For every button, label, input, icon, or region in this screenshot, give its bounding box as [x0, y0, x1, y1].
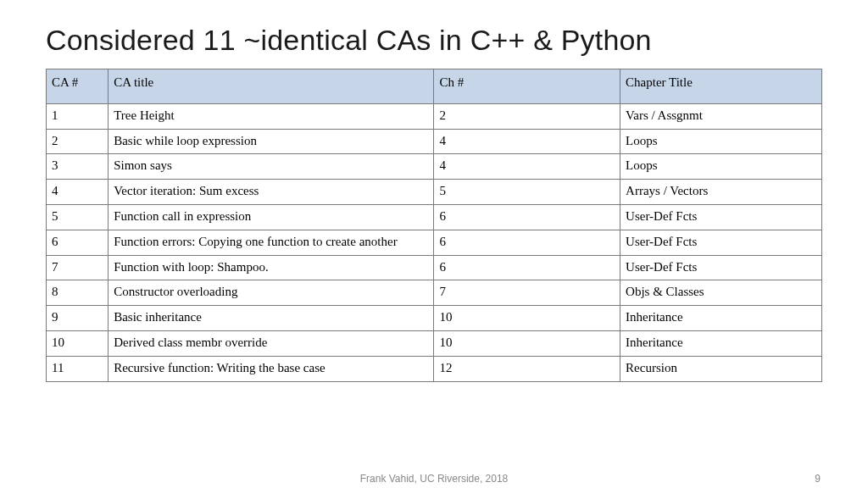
footer-page-number: 9 [815, 473, 821, 485]
table-row: 11 Recursive function: Writing the base … [47, 356, 822, 381]
cell-chapter: Arrays / Vectors [620, 180, 822, 205]
footer-attribution: Frank Vahid, UC Riverside, 2018 [0, 473, 868, 485]
cell-ch-num: 7 [434, 280, 620, 306]
table-row: 10 Derived class membr override 10 Inher… [47, 330, 822, 356]
cell-ca-num: 3 [47, 154, 108, 180]
cell-ch-num: 2 [434, 103, 620, 129]
cell-chapter: User-Def Fcts [620, 230, 822, 255]
cell-ca-num: 4 [47, 180, 108, 205]
cell-ca-num: 7 [47, 255, 108, 280]
table-row: 8 Constructor overloading 7 Objs & Class… [47, 280, 822, 306]
cell-ca-num: 2 [47, 129, 108, 154]
cell-ca-num: 9 [47, 306, 108, 331]
cell-chapter: User-Def Fcts [620, 255, 822, 280]
cell-chapter: Recursion [620, 356, 822, 381]
cell-ca-title: Simon says [108, 154, 434, 180]
cell-ca-num: 6 [47, 230, 108, 255]
cell-chapter: Objs & Classes [620, 280, 822, 306]
cell-chapter: Loops [620, 154, 822, 180]
table-row: 7 Function with loop: Shampoo. 6 User-De… [47, 255, 822, 280]
table-header-row: CA # CA title Ch # Chapter Title [47, 69, 822, 104]
cell-chapter: User-Def Fcts [620, 204, 822, 230]
table-row: 5 Function call in expression 6 User-Def… [47, 204, 822, 230]
cell-ca-num: 10 [47, 330, 108, 356]
cell-chapter: Inheritance [620, 330, 822, 356]
cell-chapter: Inheritance [620, 306, 822, 331]
cell-ca-title: Function call in expression [108, 204, 434, 230]
table-row: 1 Tree Height 2 Vars / Assgnmt [47, 103, 822, 129]
cell-ch-num: 10 [434, 306, 620, 331]
table-row: 2 Basic while loop expression 4 Loops [47, 129, 822, 154]
cell-ca-num: 5 [47, 204, 108, 230]
cell-ch-num: 4 [434, 129, 620, 154]
cell-ca-num: 8 [47, 280, 108, 306]
cell-ch-num: 12 [434, 356, 620, 381]
ca-table: CA # CA title Ch # Chapter Title 1 Tree … [46, 69, 822, 382]
cell-ch-num: 5 [434, 180, 620, 205]
cell-ca-num: 11 [47, 356, 108, 381]
header-ch-num: Ch # [434, 69, 620, 104]
cell-ca-title: Vector iteration: Sum excess [108, 180, 434, 205]
cell-ca-title: Basic while loop expression [108, 129, 434, 154]
cell-ca-title: Function errors: Copying one function to… [108, 230, 434, 255]
table-row: 9 Basic inheritance 10 Inheritance [47, 306, 822, 331]
slide-title: Considered 11 ~identical CAs in C++ & Py… [46, 24, 822, 57]
header-chapter-title: Chapter Title [620, 69, 822, 104]
cell-ch-num: 6 [434, 204, 620, 230]
cell-ca-title: Function with loop: Shampoo. [108, 255, 434, 280]
cell-ca-title: Derived class membr override [108, 330, 434, 356]
cell-ch-num: 4 [434, 154, 620, 180]
header-ca-num: CA # [47, 69, 108, 104]
cell-ch-num: 6 [434, 255, 620, 280]
table-row: 6 Function errors: Copying one function … [47, 230, 822, 255]
cell-ca-title: Recursive function: Writing the base cas… [108, 356, 434, 381]
header-ca-title: CA title [108, 69, 434, 104]
cell-ca-title: Tree Height [108, 103, 434, 129]
cell-ca-title: Constructor overloading [108, 280, 434, 306]
cell-ca-num: 1 [47, 103, 108, 129]
table-row: 4 Vector iteration: Sum excess 5 Arrays … [47, 180, 822, 205]
cell-ca-title: Basic inheritance [108, 306, 434, 331]
cell-chapter: Vars / Assgnmt [620, 103, 822, 129]
cell-ch-num: 6 [434, 230, 620, 255]
table-row: 3 Simon says 4 Loops [47, 154, 822, 180]
cell-ch-num: 10 [434, 330, 620, 356]
cell-chapter: Loops [620, 129, 822, 154]
